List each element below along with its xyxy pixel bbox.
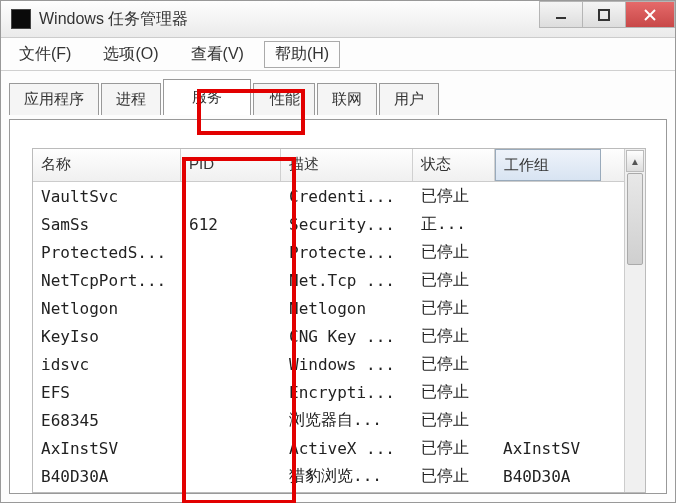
- task-manager-window: Windows 任务管理器 文件(F) 选项(O) 查看(V) 帮助(H) 应用…: [0, 0, 676, 503]
- tab-processes[interactable]: 进程: [101, 83, 161, 115]
- cell-pid: 612: [181, 215, 281, 234]
- cell-desc: Encrypti...: [281, 383, 413, 402]
- services-listview[interactable]: 名称 PID 描述 状态 工作组 VaultSvcCredenti...已停止S…: [32, 148, 646, 493]
- table-row[interactable]: ProtectedS...Protecte...已停止: [33, 238, 645, 266]
- cell-state: 正...: [413, 214, 495, 235]
- column-header-row: 名称 PID 描述 状态 工作组: [33, 149, 645, 182]
- minimize-button[interactable]: [539, 1, 583, 28]
- minimize-icon: [555, 9, 567, 21]
- column-header-workgroup[interactable]: 工作组: [495, 149, 601, 181]
- cell-desc: Net.Tcp ...: [281, 271, 413, 290]
- cell-state: 已停止: [413, 186, 495, 207]
- table-row[interactable]: VaultSvcCredenti...已停止: [33, 182, 645, 210]
- cell-name: Netlogon: [33, 299, 181, 318]
- table-row[interactable]: idsvcWindows ...已停止: [33, 350, 645, 378]
- cell-name: NetTcpPort...: [33, 271, 181, 290]
- window-title: Windows 任务管理器: [39, 9, 188, 30]
- cell-desc: Windows ...: [281, 355, 413, 374]
- close-button[interactable]: [625, 1, 675, 28]
- service-rows: VaultSvcCredenti...已停止SamSs612Security..…: [33, 182, 645, 490]
- cell-state: 已停止: [413, 298, 495, 319]
- cell-name: SamSs: [33, 215, 181, 234]
- scroll-thumb[interactable]: [627, 173, 643, 265]
- table-row[interactable]: NetlogonNetlogon已停止: [33, 294, 645, 322]
- cell-state: 已停止: [413, 466, 495, 487]
- cell-name: B40D30A: [33, 467, 181, 486]
- table-row[interactable]: B40D30A猎豹浏览...已停止B40D30A: [33, 462, 645, 490]
- tab-row: 应用程序 进程 服务 性能 联网 用户: [1, 71, 675, 115]
- vertical-scrollbar[interactable]: ▲: [624, 149, 645, 492]
- cell-state: 已停止: [413, 410, 495, 431]
- tab-performance[interactable]: 性能: [253, 83, 315, 115]
- menubar: 文件(F) 选项(O) 查看(V) 帮助(H): [1, 38, 675, 71]
- cell-name: idsvc: [33, 355, 181, 374]
- cell-desc: Credenti...: [281, 187, 413, 206]
- cell-name: EFS: [33, 383, 181, 402]
- close-icon: [644, 9, 656, 21]
- cell-state: 已停止: [413, 438, 495, 459]
- cell-desc: Protecte...: [281, 243, 413, 262]
- cell-name: E68345: [33, 411, 181, 430]
- titlebar: Windows 任务管理器: [1, 1, 675, 38]
- menu-file[interactable]: 文件(F): [7, 40, 83, 69]
- menu-option[interactable]: 选项(O): [91, 40, 170, 69]
- cell-desc: Netlogon: [281, 299, 413, 318]
- cell-name: ProtectedS...: [33, 243, 181, 262]
- tab-panel: 名称 PID 描述 状态 工作组 VaultSvcCredenti...已停止S…: [9, 119, 667, 494]
- table-row[interactable]: SamSs612Security...正...: [33, 210, 645, 238]
- app-icon: [11, 9, 31, 29]
- cell-name: VaultSvc: [33, 187, 181, 206]
- tab-users[interactable]: 用户: [379, 83, 439, 115]
- table-row[interactable]: NetTcpPort...Net.Tcp ...已停止: [33, 266, 645, 294]
- menu-view[interactable]: 查看(V): [179, 40, 256, 69]
- table-row[interactable]: KeyIsoCNG Key ...已停止: [33, 322, 645, 350]
- column-header-name[interactable]: 名称: [33, 149, 181, 181]
- cell-desc: ActiveX ...: [281, 439, 413, 458]
- cell-state: 已停止: [413, 354, 495, 375]
- tab-networking[interactable]: 联网: [317, 83, 377, 115]
- cell-desc: 浏览器自...: [281, 410, 413, 431]
- maximize-icon: [598, 9, 610, 21]
- svg-rect-1: [599, 10, 609, 20]
- table-row[interactable]: EFSEncrypti...已停止: [33, 378, 645, 406]
- cell-group: B40D30A: [495, 467, 601, 486]
- scroll-up-arrow-icon[interactable]: ▲: [626, 150, 644, 172]
- table-row[interactable]: AxInstSVActiveX ...已停止AxInstSV: [33, 434, 645, 462]
- window-controls: [540, 1, 675, 28]
- cell-state: 已停止: [413, 382, 495, 403]
- cell-state: 已停止: [413, 270, 495, 291]
- cell-state: 已停止: [413, 242, 495, 263]
- tab-applications[interactable]: 应用程序: [9, 83, 99, 115]
- cell-state: 已停止: [413, 326, 495, 347]
- column-header-desc[interactable]: 描述: [281, 149, 413, 181]
- cell-desc: 猎豹浏览...: [281, 466, 413, 487]
- tab-services[interactable]: 服务: [163, 79, 251, 115]
- maximize-button[interactable]: [582, 1, 626, 28]
- cell-name: AxInstSV: [33, 439, 181, 458]
- cell-group: AxInstSV: [495, 439, 601, 458]
- cell-desc: CNG Key ...: [281, 327, 413, 346]
- menu-help[interactable]: 帮助(H): [264, 41, 340, 68]
- column-header-state[interactable]: 状态: [413, 149, 495, 181]
- table-row[interactable]: E68345浏览器自...已停止: [33, 406, 645, 434]
- column-header-pid[interactable]: PID: [181, 149, 281, 181]
- cell-desc: Security...: [281, 215, 413, 234]
- cell-name: KeyIso: [33, 327, 181, 346]
